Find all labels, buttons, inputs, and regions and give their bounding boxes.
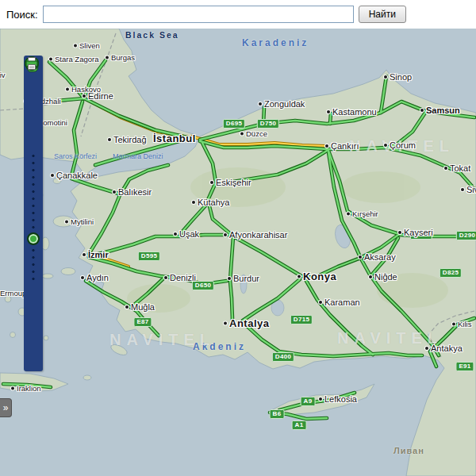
find-button[interactable]: Найти xyxy=(359,6,406,23)
panel-expand-tab[interactable]: » xyxy=(0,398,12,417)
route-flag-button[interactable] xyxy=(24,103,43,124)
zoom-out-button[interactable] xyxy=(24,284,43,303)
search-input[interactable] xyxy=(43,6,354,23)
home-button[interactable] xyxy=(24,308,43,328)
map-canvas[interactable]: Black SeaKaradenizSaros KörfeziMarmara D… xyxy=(0,29,476,476)
search-label: Поиск: xyxy=(6,9,38,21)
zoom-in-button[interactable] xyxy=(24,130,43,149)
search-bar: Поиск: Найти xyxy=(0,0,476,29)
zoom-slider-track-upper[interactable] xyxy=(24,152,43,231)
zoom-slider-handle[interactable] xyxy=(27,232,40,245)
navigation-wheel-button[interactable] xyxy=(24,81,43,100)
map-graphics xyxy=(0,29,476,476)
print-icon xyxy=(24,56,40,71)
map-toolbar xyxy=(24,56,43,371)
print-button[interactable] xyxy=(24,330,43,351)
zoom-slider-track-lower[interactable] xyxy=(24,247,43,282)
